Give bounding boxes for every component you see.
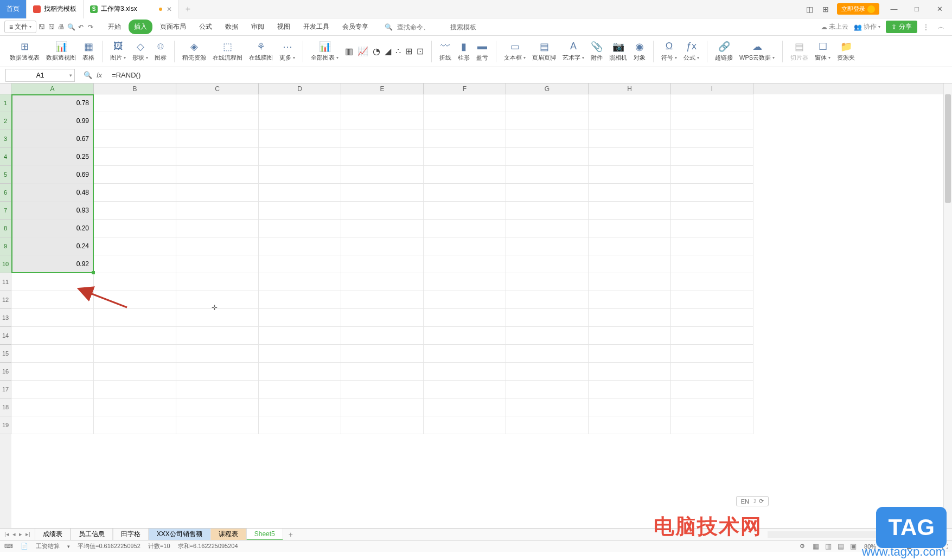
home-tab[interactable]: 首页: [0, 0, 27, 18]
cell-D19[interactable]: [259, 416, 341, 434]
apps-icon[interactable]: ⊞: [821, 4, 830, 14]
layout-icon[interactable]: ◫: [804, 4, 814, 14]
cell-I11[interactable]: [671, 273, 753, 291]
new-tab-button[interactable]: +: [179, 4, 197, 14]
cell-F4[interactable]: [424, 148, 506, 166]
cell-B2[interactable]: [94, 112, 176, 130]
form-button[interactable]: ☐窗体: [815, 41, 830, 62]
online-mindmap-button[interactable]: ⚘在线脑图: [249, 41, 273, 62]
cell-G2[interactable]: [506, 112, 589, 130]
row-header-8[interactable]: 8: [0, 220, 11, 237]
row-header-15[interactable]: 15: [0, 345, 11, 363]
save-icon[interactable]: 🖫: [37, 23, 46, 31]
cell-I10[interactable]: [671, 255, 753, 273]
cell-B18[interactable]: [94, 398, 176, 416]
print-preview-icon[interactable]: 🔍: [67, 23, 75, 31]
tab-member[interactable]: 会员专享: [337, 20, 374, 34]
cell-A14[interactable]: [11, 327, 94, 345]
cell-F1[interactable]: [424, 94, 506, 112]
row-header-3[interactable]: 3: [0, 130, 11, 148]
cell-B9[interactable]: [94, 237, 176, 255]
scrollbar-thumb[interactable]: [945, 94, 951, 203]
col-header-g[interactable]: G: [506, 83, 589, 94]
wps-cloud-button[interactable]: ☁WPS云数据: [739, 41, 775, 62]
cell-G14[interactable]: [506, 327, 589, 345]
cell-D9[interactable]: [259, 237, 341, 255]
cell-C4[interactable]: [176, 148, 259, 166]
cell-I2[interactable]: [671, 112, 753, 130]
cell-H9[interactable]: [589, 237, 671, 255]
cell-A16[interactable]: [11, 363, 94, 381]
cell-B11[interactable]: [94, 273, 176, 291]
text-box-button[interactable]: ▭文本框: [504, 41, 526, 62]
cell-E12[interactable]: [341, 291, 424, 309]
cell-A6[interactable]: 0.48: [11, 184, 94, 202]
cell-D15[interactable]: [259, 345, 341, 363]
cell-E9[interactable]: [341, 237, 424, 255]
cell-A3[interactable]: 0.67: [11, 130, 94, 148]
cell-D2[interactable]: [259, 112, 341, 130]
cell-A17[interactable]: [11, 381, 94, 398]
cell-B15[interactable]: [94, 345, 176, 363]
cell-H3[interactable]: [589, 130, 671, 148]
collab-button[interactable]: 👥 协作 ▾: [854, 22, 880, 31]
status-doc-icon[interactable]: 📄: [21, 543, 28, 550]
cell-D4[interactable]: [259, 148, 341, 166]
cell-E10[interactable]: [341, 255, 424, 273]
cell-H14[interactable]: [589, 327, 671, 345]
tab-view[interactable]: 视图: [272, 20, 296, 34]
cell-C19[interactable]: [176, 416, 259, 434]
cell-D3[interactable]: [259, 130, 341, 148]
collapse-ribbon-button[interactable]: ︿: [935, 22, 948, 31]
object-button[interactable]: ◉对象: [634, 41, 646, 62]
row-header-9[interactable]: 9: [0, 237, 11, 255]
sheet-tab-schedule[interactable]: 课程表: [210, 529, 246, 540]
tab-start[interactable]: 开始: [103, 20, 126, 34]
sheet-tab-sales[interactable]: XXX公司销售额: [149, 529, 210, 540]
cell-C3[interactable]: [176, 130, 259, 148]
cell-C18[interactable]: [176, 398, 259, 416]
cell-G9[interactable]: [506, 237, 589, 255]
cell-I18[interactable]: [671, 398, 753, 416]
tab-formula[interactable]: 公式: [194, 20, 218, 34]
cell-F10[interactable]: [424, 255, 506, 273]
table-button[interactable]: ▦表格: [82, 41, 94, 62]
cell-D18[interactable]: [259, 398, 341, 416]
cell-C5[interactable]: [176, 166, 259, 184]
close-window-button[interactable]: ✕: [931, 1, 948, 17]
cell-I13[interactable]: [671, 309, 753, 327]
tab-dev-tools[interactable]: 开发工具: [298, 20, 335, 34]
template-tab[interactable]: 找稻壳模板: [27, 0, 84, 18]
cell-B7[interactable]: [94, 202, 176, 220]
file-menu-button[interactable]: 文件 ▾: [4, 21, 36, 33]
equation-button[interactable]: ƒx公式: [683, 41, 699, 62]
cell-F2[interactable]: [424, 112, 506, 130]
tab-insert[interactable]: 插入: [129, 20, 152, 34]
minimize-button[interactable]: —: [886, 1, 902, 17]
row-header-13[interactable]: 13: [0, 309, 11, 327]
cell-E3[interactable]: [341, 130, 424, 148]
cell-F15[interactable]: [424, 345, 506, 363]
cell-C1[interactable]: [176, 94, 259, 112]
cell-G16[interactable]: [506, 363, 589, 381]
cell-G18[interactable]: [506, 398, 589, 416]
cell-G5[interactable]: [506, 166, 589, 184]
cell-B8[interactable]: [94, 220, 176, 237]
cell-C17[interactable]: [176, 381, 259, 398]
cell-C12[interactable]: [176, 291, 259, 309]
name-box-dropdown-icon[interactable]: ▾: [69, 73, 72, 78]
cell-G11[interactable]: [506, 273, 589, 291]
col-header-e[interactable]: E: [341, 83, 424, 94]
cell-E18[interactable]: [341, 398, 424, 416]
tab-review[interactable]: 审阅: [246, 20, 270, 34]
cell-G17[interactable]: [506, 381, 589, 398]
cell-E13[interactable]: [341, 309, 424, 327]
cell-A7[interactable]: 0.93: [11, 202, 94, 220]
cell-I8[interactable]: [671, 220, 753, 237]
resource-folder-button[interactable]: 📁资源夹: [837, 41, 855, 62]
cell-H18[interactable]: [589, 398, 671, 416]
view-break-button[interactable]: ▤: [835, 542, 846, 551]
cell-I1[interactable]: [671, 94, 753, 112]
cell-B14[interactable]: [94, 327, 176, 345]
cell-D12[interactable]: [259, 291, 341, 309]
